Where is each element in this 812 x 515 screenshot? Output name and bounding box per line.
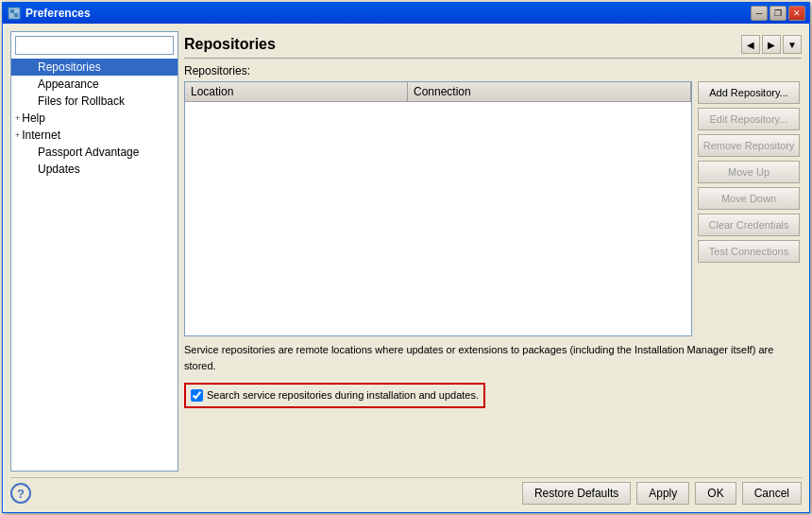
window-controls: ─ ❐ ✕	[751, 6, 805, 21]
add-repository-button[interactable]: Add Repository...	[698, 81, 800, 104]
restore-button[interactable]: ❐	[770, 6, 787, 21]
col-connection: Connection	[408, 82, 691, 102]
search-repos-checkbox[interactable]	[191, 389, 203, 402]
close-button[interactable]: ✕	[788, 6, 805, 21]
search-input[interactable]	[15, 36, 174, 55]
sidebar-item-appearance[interactable]: Appearance	[11, 76, 178, 93]
svg-rect-1	[10, 9, 14, 13]
panel-toolbar: ◀ ▶ ▼	[741, 35, 802, 54]
preferences-window: Preferences ─ ❐ ✕ Repositories Appearanc…	[2, 2, 810, 513]
repo-area: Location Connection Add Repository... Ed	[184, 81, 802, 336]
move-down-button[interactable]: Move Down	[698, 187, 800, 210]
back-button[interactable]: ◀	[741, 35, 760, 54]
left-panel: Repositories Appearance Files for Rollba…	[10, 31, 178, 472]
panel-title: Repositories	[184, 36, 276, 53]
checkbox-row: Search service repositories during insta…	[184, 379, 802, 408]
window-body: Repositories Appearance Files for Rollba…	[3, 24, 809, 512]
remove-repository-button[interactable]: Remove Repository	[698, 134, 800, 157]
window-title: Preferences	[25, 7, 747, 20]
cancel-button[interactable]: Cancel	[742, 482, 802, 505]
svg-rect-2	[14, 13, 18, 17]
info-section: Service repositories are remote location…	[184, 342, 802, 408]
ok-button[interactable]: OK	[695, 482, 736, 505]
title-bar: Preferences ─ ❐ ✕	[3, 3, 809, 24]
window-icon	[7, 6, 22, 21]
bottom-right: Restore Defaults Apply OK Cancel	[522, 482, 802, 505]
main-content: Repositories Appearance Files for Rollba…	[10, 31, 802, 472]
menu-button[interactable]: ▼	[783, 35, 802, 54]
apply-button[interactable]: Apply	[636, 482, 689, 505]
search-box	[15, 36, 174, 55]
info-text: Service repositories are remote location…	[184, 342, 802, 373]
sidebar-item-help[interactable]: + Help	[11, 110, 178, 127]
help-icon[interactable]: ?	[10, 483, 31, 504]
sidebar-item-repositories[interactable]: Repositories	[11, 59, 178, 76]
repo-section: Repositories: Location Connection	[184, 64, 802, 336]
repos-label: Repositories:	[184, 64, 802, 77]
restore-defaults-button[interactable]: Restore Defaults	[522, 482, 631, 505]
expand-icon-help: +	[15, 113, 20, 123]
sidebar-item-files-rollback[interactable]: Files for Rollback	[11, 93, 178, 110]
repo-table-container: Location Connection	[184, 81, 692, 336]
bottom-left: ?	[10, 483, 31, 504]
test-connections-button[interactable]: Test Connections	[698, 240, 800, 263]
sidebar-item-updates[interactable]: Updates	[11, 161, 178, 178]
clear-credentials-button[interactable]: Clear Credentials	[698, 214, 800, 236]
col-location: Location	[185, 82, 408, 102]
sidebar-item-internet-label: Internet	[22, 129, 60, 142]
repo-table: Location Connection	[185, 82, 691, 102]
minimize-button[interactable]: ─	[751, 6, 768, 21]
tree-navigation: Repositories Appearance Files for Rollba…	[11, 59, 178, 178]
sidebar-item-passport[interactable]: Passport Advantage	[11, 144, 178, 161]
bottom-bar: ? Restore Defaults Apply OK Cancel	[10, 477, 802, 505]
sidebar-item-help-label: Help	[22, 112, 45, 125]
edit-repository-button[interactable]: Edit Repository...	[698, 108, 800, 130]
right-panel: Repositories ◀ ▶ ▼ Repositories:	[184, 31, 802, 472]
search-repos-label[interactable]: Search service repositories during insta…	[184, 383, 485, 408]
search-repos-text: Search service repositories during insta…	[207, 387, 479, 403]
move-up-button[interactable]: Move Up	[698, 161, 800, 183]
forward-button[interactable]: ▶	[762, 35, 781, 54]
panel-header: Repositories ◀ ▶ ▼	[184, 31, 802, 59]
sidebar-item-internet[interactable]: + Internet	[11, 127, 178, 144]
expand-icon-internet: +	[15, 130, 20, 140]
repo-buttons: Add Repository... Edit Repository... Rem…	[698, 81, 802, 336]
